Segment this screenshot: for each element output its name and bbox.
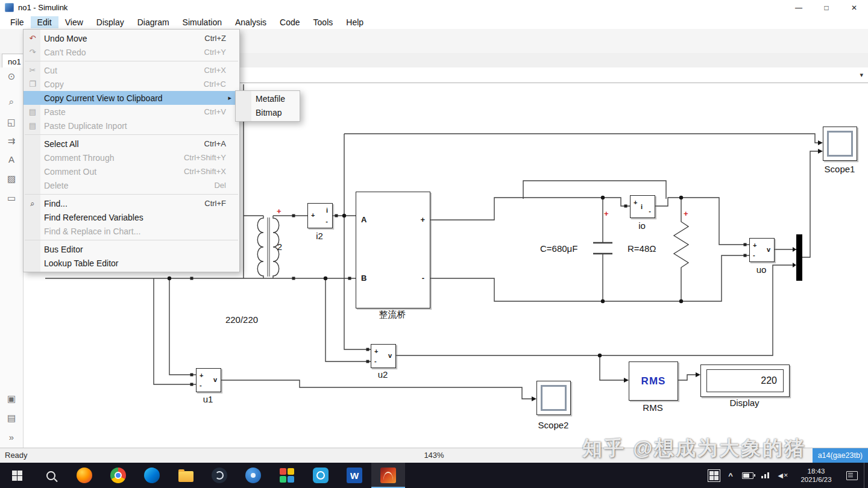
taskbar-word-icon[interactable]: W xyxy=(338,463,371,488)
menu-separator xyxy=(25,194,238,195)
menu-item-cut[interactable]: ✂CutCtrl+X xyxy=(24,63,239,77)
tray-battery-icon[interactable] xyxy=(738,463,756,488)
capacitor-label: C=680μF xyxy=(540,243,590,254)
menu-item-select-all[interactable]: Select AllCtrl+A xyxy=(24,137,239,151)
find-icon: ⌕ xyxy=(25,199,40,208)
taskbar-app3-icon[interactable] xyxy=(270,463,304,488)
taskbar-file-explorer-icon[interactable] xyxy=(169,463,203,488)
menu-item-paste[interactable]: ▤PasteCtrl+V xyxy=(24,105,239,119)
grid-app-icon xyxy=(280,468,294,483)
blue-app-icon xyxy=(245,468,261,483)
v-port-label: v xyxy=(213,377,217,383)
block-mux[interactable] xyxy=(796,234,802,281)
menu-display[interactable]: Display xyxy=(90,16,131,28)
scope-screen xyxy=(827,131,853,157)
menu-simulation[interactable]: Simulation xyxy=(176,16,228,28)
tray-notification-button[interactable] xyxy=(840,463,864,488)
block-label-display: Display xyxy=(717,398,772,408)
minus-port-label: - xyxy=(753,252,755,258)
annotation-icon[interactable]: A xyxy=(0,154,23,164)
breadcrumb-dropdown-icon[interactable]: ▾ xyxy=(860,71,863,79)
menu-item-find-replace-in-chart[interactable]: Find & Replace in Chart... xyxy=(24,224,239,238)
menu-file[interactable]: File xyxy=(4,16,31,28)
area-icon[interactable]: ▭ xyxy=(0,193,23,204)
block-uo-voltage-measurement[interactable]: + - v xyxy=(749,238,775,262)
minimize-button[interactable]: — xyxy=(785,0,813,15)
menu-edit[interactable]: Edit xyxy=(31,16,58,28)
menu-item-copy-current-view-to-clipboard[interactable]: Copy Current View to Clipboard▸ xyxy=(24,91,239,105)
menu-view[interactable]: View xyxy=(58,16,90,28)
menu-item-comment-out[interactable]: Comment OutCtrl+Shift+X xyxy=(24,164,239,178)
notification-icon xyxy=(846,471,858,480)
taskbar-app1-icon[interactable] xyxy=(203,463,236,488)
block-i2-current-measurement[interactable]: + i - xyxy=(307,203,333,228)
taskbar-edge-icon[interactable] xyxy=(135,463,169,488)
display-field: 220 xyxy=(706,369,784,392)
block-label-u1: u1 xyxy=(199,394,217,404)
block-rms[interactable]: RMS xyxy=(629,361,678,401)
block-label-scope1: Scope1 xyxy=(818,164,861,174)
menu-item-comment-through[interactable]: Comment ThroughCtrl+Shift+Y xyxy=(24,151,239,164)
menu-item-bitmap[interactable]: Bitmap xyxy=(236,106,300,120)
maximize-button[interactable]: □ xyxy=(813,0,840,15)
menu-bar: File Edit View Display Diagram Simulatio… xyxy=(0,15,868,29)
block-label-u2: u2 xyxy=(374,369,392,380)
menu-help[interactable]: Help xyxy=(339,16,370,28)
paste-icon: ▤ xyxy=(25,121,40,130)
menu-item-copy[interactable]: ❐CopyCtrl+C xyxy=(24,77,239,91)
taskbar-chrome-icon[interactable] xyxy=(101,463,135,488)
zoom-icon[interactable]: ⌕ xyxy=(0,96,23,107)
screenshot-icon[interactable]: ▣ xyxy=(0,393,23,404)
polarity-plus-marker: + xyxy=(277,207,281,215)
block-rectifier-bridge[interactable]: A B + - xyxy=(356,192,430,308)
taskbar-start-button[interactable] xyxy=(0,463,34,488)
block-u1-voltage-measurement[interactable]: + - v xyxy=(196,368,221,392)
taskbar-app2-icon[interactable] xyxy=(236,463,270,488)
menu-item-bus-editor[interactable]: Bus Editor xyxy=(24,242,239,256)
firefox-icon xyxy=(77,468,92,483)
fit-view-icon[interactable]: ◱ xyxy=(0,117,23,128)
browse-icon[interactable]: ⊙ xyxy=(0,71,23,82)
close-button[interactable]: ✕ xyxy=(840,0,868,15)
menu-item-paste-duplicate-inport[interactable]: ▤Paste Duplicate Inport xyxy=(24,119,239,133)
tray-clock[interactable]: 18:43 2021/6/23 xyxy=(793,463,840,488)
speaker-icon: ◀ xyxy=(778,472,782,480)
block-scope1[interactable] xyxy=(823,127,857,161)
menu-item-metafile[interactable]: Metafile xyxy=(236,92,300,106)
block-display[interactable]: 220 xyxy=(700,364,790,397)
menu-item-lookup-table-editor[interactable]: Lookup Table Editor xyxy=(24,256,239,270)
bridge-port-plus: + xyxy=(420,216,425,224)
block-label-i2: i2 xyxy=(310,231,329,241)
tray-volume-icon[interactable]: ◀✕ xyxy=(773,463,793,488)
menu-item-find-referenced-variables[interactable]: Find Referenced Variables xyxy=(24,210,239,224)
block-scope2[interactable] xyxy=(536,381,571,415)
menu-code[interactable]: Code xyxy=(273,16,306,28)
block-label-bridge: 整流桥 xyxy=(365,309,420,321)
menu-item-find[interactable]: ⌕Find...Ctrl+F xyxy=(24,196,239,210)
block-io-current-measurement[interactable]: + i - xyxy=(630,195,655,218)
taskbar-matlab-icon[interactable] xyxy=(371,463,405,488)
menu-item-cant-redo[interactable]: ↷Can't RedoCtrl+Y xyxy=(24,45,239,59)
menu-diagram[interactable]: Diagram xyxy=(131,16,176,28)
taskbar-firefox-icon[interactable] xyxy=(68,463,101,488)
plus-port-label: + xyxy=(200,372,203,379)
block-u2-voltage-measurement[interactable]: + - v xyxy=(371,344,396,368)
menu-item-delete[interactable]: DeleteDel xyxy=(24,178,239,192)
tray-hidden-icons-button[interactable]: ^ xyxy=(723,463,738,488)
tray-network-icon[interactable] xyxy=(756,463,773,488)
image-icon[interactable]: ▨ xyxy=(0,174,23,184)
signal-routing-icon[interactable]: ⇉ xyxy=(0,136,23,146)
paste-icon: ▤ xyxy=(25,107,40,116)
expand-icon[interactable]: » xyxy=(0,432,23,442)
zoom-level: 143% xyxy=(424,451,444,460)
layers-icon[interactable]: ▤ xyxy=(0,413,23,424)
menu-item-undo-move[interactable]: ↶Undo MoveCtrl+Z xyxy=(24,31,239,45)
block-label-io: io xyxy=(631,221,653,231)
taskbar-search-button[interactable] xyxy=(34,463,68,488)
menu-tools[interactable]: Tools xyxy=(307,16,340,28)
show-desktop-button[interactable] xyxy=(864,463,868,488)
window-title: no1 - Simulink xyxy=(18,3,68,12)
tray-app-icon[interactable] xyxy=(705,463,723,488)
taskbar-app4-icon[interactable] xyxy=(304,463,338,488)
menu-analysis[interactable]: Analysis xyxy=(228,16,273,28)
